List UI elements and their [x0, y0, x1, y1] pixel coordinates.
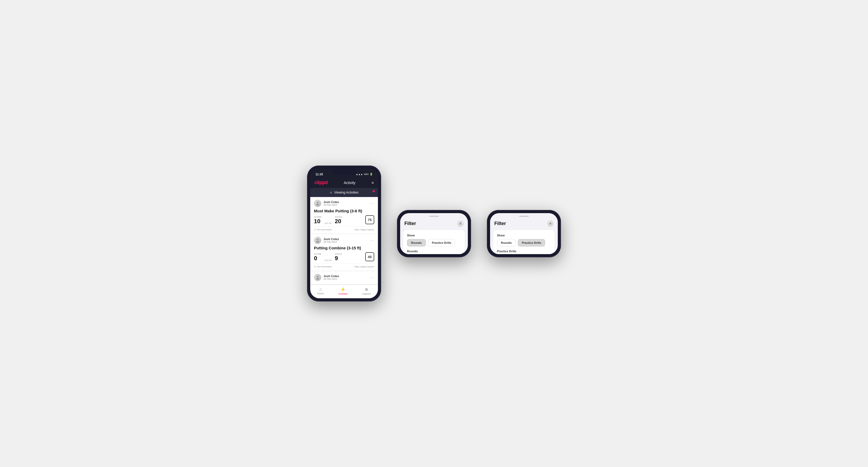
phone-2-inner: 11:33 ▲▲▲ WiFi 🔋 clippd Activity ≡ ⚙ Vie…	[400, 213, 468, 254]
avatar-2	[314, 237, 321, 244]
filter-dot-1	[373, 190, 375, 192]
card-footer-2: ⓘ Test Information Data: Clippd Capture	[314, 263, 374, 268]
user-info-2: Josh Coles 28 Feb 2023	[314, 237, 339, 244]
filter-section-drills-3: Practice Drills OTT APP ARG PUTT	[497, 250, 551, 254]
screen-content-1: ⚙ Viewing Activities	[310, 188, 378, 298]
avatar-1	[314, 200, 321, 207]
practice-drills-btn-3[interactable]: Practice Drills	[518, 239, 545, 246]
filter-icon-1: ⚙	[330, 191, 332, 194]
score-value-2: 0	[314, 255, 321, 261]
shot-quality-value-2: 45	[368, 255, 372, 259]
user-details-1: Josh Coles 28 Feb 2023	[323, 200, 339, 206]
dots-menu-3[interactable]: ···	[370, 275, 374, 280]
rounds-section-label-2: Rounds	[407, 250, 461, 253]
svg-point-5	[316, 278, 319, 280]
avatar-inner-2	[314, 237, 321, 244]
stat-out-of-2: OUT OF	[324, 259, 331, 261]
stat-group-shots-2: Shots 9	[335, 253, 342, 261]
test-info-2[interactable]: ⓘ Test Information	[314, 265, 332, 268]
status-time-1: 11:33	[315, 173, 323, 176]
capture-icon-1: ⊕	[365, 287, 368, 292]
shots-value-2: 9	[335, 255, 342, 261]
activity-card-2: Josh Coles 28 Feb 2023 ··· Putting Combi…	[310, 234, 378, 271]
activity-list-1: Josh Coles 28 Feb 2023 ··· Must Make Put…	[310, 197, 378, 284]
filter-overlay-2: Filter ✕ Show Rounds Practice Drills	[400, 213, 468, 254]
show-buttons-2: Rounds Practice Drills	[407, 239, 461, 246]
user-date-1: 28 Feb 2023	[323, 204, 339, 206]
stat-group-shots-1: Shots 20	[335, 216, 342, 224]
logo-1: clippd	[314, 180, 328, 185]
filter-section-show-3: Show Rounds Practice Drills	[497, 234, 551, 246]
stats-row-1: Score 10 OUT OF Shots 20 75	[314, 215, 374, 224]
card-header-2: Josh Coles 28 Feb 2023 ···	[314, 237, 374, 244]
avatar-inner-3	[314, 274, 321, 281]
user-name-3: Josh Coles	[323, 275, 339, 278]
svg-point-1	[316, 204, 319, 206]
practice-drills-btn-2[interactable]: Practice Drills	[428, 239, 455, 246]
phone-3: 11:33 ▲▲▲ WiFi 🔋 clippd Activity ≡ ⚙ Vie…	[487, 210, 561, 257]
user-date-3: 28 Feb 2023	[323, 278, 339, 280]
activities-icon-1: ⚡	[340, 287, 346, 292]
modal-body-2: Show Rounds Practice Drills Rounds Pract…	[403, 230, 465, 254]
dots-menu-2[interactable]: ···	[370, 238, 374, 243]
status-icons-1: ▲▲▲ WiFi 🔋	[356, 173, 373, 176]
modal-handle-3	[519, 216, 529, 217]
rounds-btn-2[interactable]: Rounds	[407, 239, 426, 246]
out-of-text-1: OUT OF	[324, 222, 331, 224]
filter-modal-3: Filter ✕ Show Rounds Practice Drills	[490, 213, 558, 254]
modal-handle-2	[429, 216, 439, 217]
score-value-1: 10	[314, 218, 321, 224]
stat-group-score-2: Score 0	[314, 253, 321, 261]
nav-home-1[interactable]: ⌂ Home	[317, 287, 324, 295]
activity-title-1: Must Make Putting (3-6 ft)	[314, 209, 374, 213]
menu-icon-1[interactable]: ≡	[372, 181, 374, 185]
shot-quality-badge-1: 75	[365, 215, 374, 224]
user-date-2: 28 Feb 2023	[323, 241, 339, 243]
svg-point-4	[317, 276, 318, 277]
svg-point-0	[317, 202, 318, 204]
svg-point-3	[316, 241, 319, 243]
user-name-2: Josh Coles	[323, 238, 339, 241]
home-label-1: Home	[317, 292, 324, 295]
signal-icon-1: ▲▲▲	[356, 173, 363, 176]
modal-title-2: Filter	[404, 221, 416, 226]
card-footer-1: ⓘ Test Information Data: Clippd Capture	[314, 226, 374, 231]
close-button-2[interactable]: ✕	[457, 221, 464, 227]
user-info-1: Josh Coles 28 Feb 2023	[314, 200, 339, 207]
wifi-icon-1: WiFi	[364, 173, 369, 176]
activity-title-2: Putting Combine (3-15 ft)	[314, 246, 374, 250]
stats-row-2: Score 0 OUT OF Shots 9 45	[314, 252, 374, 261]
nav-capture-1[interactable]: ⊕ Capture	[362, 287, 371, 295]
rounds-btn-3[interactable]: Rounds	[497, 239, 516, 246]
app-header-1: clippd Activity ≡	[310, 178, 378, 188]
drills-section-label-3: Practice Drills	[497, 250, 551, 253]
user-info-3: Josh Coles 28 Feb 2023	[314, 274, 339, 281]
show-label-2: Show	[407, 234, 461, 237]
capture-label-1: Capture	[362, 292, 371, 295]
user-details-2: Josh Coles 28 Feb 2023	[323, 238, 339, 243]
screens-container: 11:33 ▲▲▲ WiFi 🔋 clippd Activity ≡ ⚙ Vie…	[307, 165, 561, 302]
svg-point-2	[317, 239, 318, 240]
data-info-1: Data: Clippd Capture	[354, 228, 374, 231]
dots-menu-1[interactable]: ···	[370, 201, 374, 206]
avatar-3	[314, 274, 321, 281]
header-title-1: Activity	[344, 181, 355, 185]
out-of-text-2: OUT OF	[324, 259, 331, 261]
test-info-1[interactable]: ⓘ Test Information	[314, 228, 332, 231]
modal-title-3: Filter	[494, 221, 506, 226]
phone-1: 11:33 ▲▲▲ WiFi 🔋 clippd Activity ≡ ⚙ Vie…	[307, 165, 381, 302]
viewing-bar-1[interactable]: ⚙ Viewing Activities	[310, 188, 378, 197]
show-label-3: Show	[497, 234, 551, 237]
activity-card-1: Josh Coles 28 Feb 2023 ··· Must Make Put…	[310, 197, 378, 234]
shot-quality-value-1: 75	[368, 218, 372, 222]
modal-body-3: Show Rounds Practice Drills Practice Dri…	[493, 230, 555, 254]
shot-quality-badge-2: 45	[365, 252, 374, 261]
close-button-3[interactable]: ✕	[547, 221, 554, 227]
shots-value-1: 20	[335, 218, 342, 224]
nav-activities-1[interactable]: ⚡ Activities	[338, 287, 348, 295]
activity-card-3: Josh Coles 28 Feb 2023 ···	[310, 271, 378, 284]
viewing-bar-text-1: Viewing Activities	[334, 191, 359, 194]
battery-icon-1: 🔋	[370, 173, 373, 176]
notch-1	[332, 169, 356, 175]
phone-2: 11:33 ▲▲▲ WiFi 🔋 clippd Activity ≡ ⚙ Vie…	[397, 210, 471, 257]
